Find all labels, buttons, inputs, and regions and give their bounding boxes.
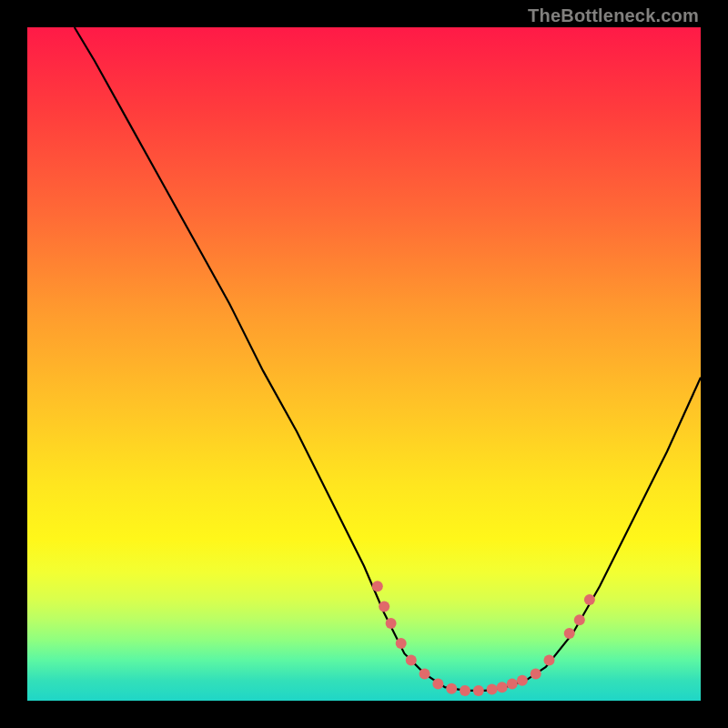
curve-marker [574,614,585,625]
curve-marker [460,685,470,696]
curve-marker [379,601,389,612]
chart-frame [27,27,701,701]
curve-marker [531,668,541,679]
curve-marker [487,683,498,694]
curve-marker [497,682,508,693]
curve-marker [406,655,417,666]
curve-marker [517,675,528,686]
curve-marker [386,618,397,629]
curve-marker [584,594,595,605]
curve-marker [396,638,407,649]
curve-marker [432,679,443,690]
curve-marker [507,679,518,690]
chart-svg [27,27,701,701]
bottleneck-curve [75,27,701,691]
curve-markers [372,581,595,696]
curve-marker [372,581,383,592]
attribution-label: TheBottleneck.com [528,5,699,26]
curve-marker [544,655,555,666]
curve-marker [446,683,457,694]
curve-marker [564,628,575,639]
curve-marker [473,685,484,696]
curve-marker [420,668,430,679]
